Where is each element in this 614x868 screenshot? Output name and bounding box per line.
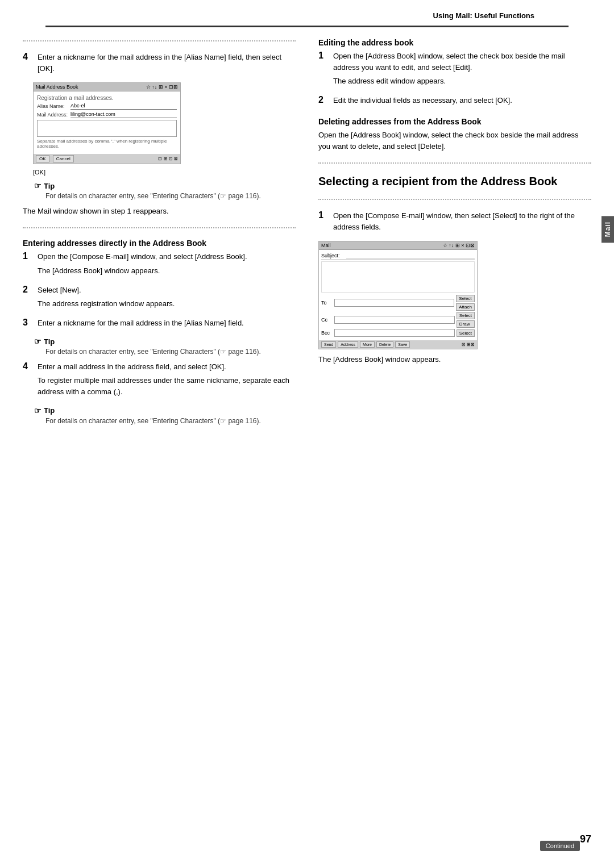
- select-step-1-num: 1: [318, 210, 329, 235]
- tip-3-text: For details on character entry, see "Ent…: [45, 417, 296, 425]
- titlebar-right: ☆ ↑↓ ⊞ × ⊡⊠: [146, 84, 178, 90]
- entering-addresses-section: Entering addresses directly in the Addre…: [23, 239, 296, 424]
- step-4-number: 4: [23, 52, 33, 77]
- tip-3: ☞ Tip For details on character entry, se…: [34, 406, 296, 425]
- cc-side-btns: Select Draw: [457, 312, 475, 328]
- editing-heading: Editing the address book: [318, 38, 591, 47]
- edit-step-1-note: The address edit window appears.: [333, 76, 591, 87]
- to-label: To: [321, 300, 333, 306]
- deleting-heading: Deleting addresses from the Address Book: [318, 117, 591, 126]
- screenshot-textarea: [37, 120, 177, 137]
- mail-sidebar-tab: Mail: [601, 216, 614, 243]
- enter-step-3-num: 3: [23, 318, 33, 331]
- compose-titlebar-right: ☆ ↑↓ ⊞ × ⊡⊠: [443, 243, 475, 248]
- step-4-text: Enter a nickname for the mail address in…: [38, 52, 296, 74]
- enter-step-2: 2 Select [New]. The address registration…: [23, 285, 296, 312]
- entering-section-heading: Entering addresses directly in the Addre…: [23, 239, 296, 248]
- dotted-separator-right: [318, 162, 591, 164]
- tip-2-icon: ☞: [34, 337, 42, 346]
- edit-step-1-content: Open the [Address Book] window, select t…: [333, 51, 591, 89]
- footer-btns: Send Address More Delete Save: [321, 341, 410, 348]
- bcc-row: Bcc Select: [321, 329, 475, 337]
- alias-label: Alias Name:: [37, 103, 68, 109]
- footer-right-icons: ⊡ ⊞⊠: [462, 342, 475, 347]
- titlebar-left: Mail Address Book: [36, 84, 78, 90]
- enter-step-3-content: Enter a nickname for the mail address in…: [38, 318, 296, 331]
- select-step-1-text: Open the [Compose E-mail] window, then s…: [333, 210, 591, 233]
- address-book-appears-note: The [Address Book] window appears.: [318, 354, 591, 365]
- enter-step-2-text: Select [New].: [38, 285, 296, 296]
- tip-1-title: ☞ Tip: [34, 181, 296, 190]
- tip-2: ☞ Tip For details on character entry, se…: [34, 337, 296, 356]
- field-row-alias: Alias Name: Abc-el: [37, 103, 177, 110]
- edit-step-2: 2 Edit the individual fields as necessar…: [318, 95, 591, 108]
- enter-step-2-note: The address registration window appears.: [38, 298, 296, 310]
- cc-label: Cc: [321, 317, 333, 323]
- deleting-text: Open the [Address Book] window, select t…: [318, 130, 591, 152]
- tip-2-title: ☞ Tip: [34, 337, 296, 346]
- tip-3-title: ☞ Tip: [34, 406, 296, 415]
- page-number: 97: [580, 833, 591, 845]
- edit-step-2-text: Edit the individual fields as necessary,…: [333, 95, 591, 106]
- enter-step-1: 1 Open the [Compose E-mail] window, and …: [23, 251, 296, 278]
- cc-select-btn: Select: [457, 312, 475, 319]
- tip-3-icon: ☞: [34, 406, 42, 415]
- selecting-heading: Selecting a recipient from the Address B…: [318, 174, 591, 189]
- enter-step-1-num: 1: [23, 251, 33, 278]
- field-row-mail: Mail Address: liling@con-tact.com: [37, 111, 177, 118]
- ok-label: [OK]: [33, 169, 296, 176]
- to-side-btns: Select Attach: [456, 295, 475, 311]
- screenshot-note: Separate mail addresses by comma "," whe…: [37, 139, 177, 149]
- enter-step-4b-content: Enter a mail address in the address fiel…: [38, 361, 296, 400]
- deleting-section: Deleting addresses from the Address Book…: [318, 117, 591, 152]
- footer-right: ⊡ ⊞ ⊡ ⊠: [158, 156, 178, 161]
- tip-2-text: For details on character entry, see "Ent…: [45, 348, 296, 356]
- enter-step-1-text: Open the [Compose E-mail] window, and se…: [38, 251, 296, 262]
- cc-input: [334, 316, 455, 324]
- mail-window-note: The Mail window shown in step 1 reappear…: [23, 206, 296, 217]
- mail-value: liling@con-tact.com: [70, 111, 177, 118]
- enter-step-4b-note1: To register multiple mail addresses unde…: [38, 375, 296, 398]
- enter-step-4b: 4 Enter a mail address in the address fi…: [23, 361, 296, 400]
- enter-step-3-text: Enter a nickname for the mail address in…: [38, 318, 296, 329]
- bcc-label: Bcc: [321, 330, 333, 336]
- enter-step-4b-num: 4: [23, 361, 33, 400]
- edit-step-1-num: 1: [318, 51, 329, 89]
- subject-label: Subject:: [321, 253, 344, 258]
- tip-2-label: Tip: [44, 337, 55, 346]
- selecting-section: Selecting a recipient from the Address B…: [318, 162, 591, 365]
- enter-step-3: 3 Enter a nickname for the mail address …: [23, 318, 296, 331]
- section-header: Using Mail: Useful Functions: [45, 0, 569, 27]
- dotted-separator-right-2: [318, 199, 591, 200]
- right-column: Editing the address book 1 Open the [Add…: [318, 30, 591, 868]
- dotted-separator-mid: [23, 227, 296, 228]
- cancel-btn: Cancel: [53, 155, 74, 162]
- screenshot-label: Registration a mail addresses.: [37, 95, 177, 101]
- enter-step-4b-text: Enter a mail address in the address fiel…: [38, 361, 296, 373]
- compose-titlebar: Mail ☆ ↑↓ ⊞ × ⊡⊠: [319, 241, 477, 250]
- edit-step-2-content: Edit the individual fields as necessary,…: [333, 95, 591, 108]
- compose-titlebar-left: Mail: [321, 243, 331, 248]
- tip-1-text: For details on character entry, see "Ent…: [45, 192, 296, 200]
- screenshot-titlebar: Mail Address Book ☆ ↑↓ ⊞ × ⊡⊠: [34, 83, 180, 91]
- draw-btn: Draw: [457, 320, 475, 328]
- bcc-input: [334, 329, 455, 337]
- select-step-1: 1 Open the [Compose E-mail] window, then…: [318, 210, 591, 235]
- continued-badge: Continued: [540, 841, 580, 851]
- editing-section: Editing the address book 1 Open the [Add…: [318, 38, 591, 109]
- tip-3-label: Tip: [44, 406, 55, 415]
- step-4-block: 4 Enter a nickname for the mail address …: [23, 52, 296, 77]
- tip-1: ☞ Tip For details on character entry, se…: [34, 181, 296, 200]
- mail-label: Mail Address:: [37, 112, 68, 118]
- to-row: To Select Attach: [321, 295, 475, 311]
- tip-icon: ☞: [34, 181, 42, 190]
- attach-btn: Attach: [456, 303, 475, 311]
- select-step-1-content: Open the [Compose E-mail] window, then s…: [333, 210, 591, 235]
- dotted-separator-top: [23, 40, 296, 41]
- enter-step-1-content: Open the [Compose E-mail] window, and se…: [38, 251, 296, 278]
- footer-btns-left: OK Cancel: [36, 155, 74, 162]
- footer-delete-btn: Delete: [376, 341, 393, 348]
- screenshot-footer: OK Cancel ⊡ ⊞ ⊡ ⊠: [34, 154, 180, 164]
- ok-btn: OK: [36, 155, 49, 162]
- edit-step-2-num: 2: [318, 95, 329, 108]
